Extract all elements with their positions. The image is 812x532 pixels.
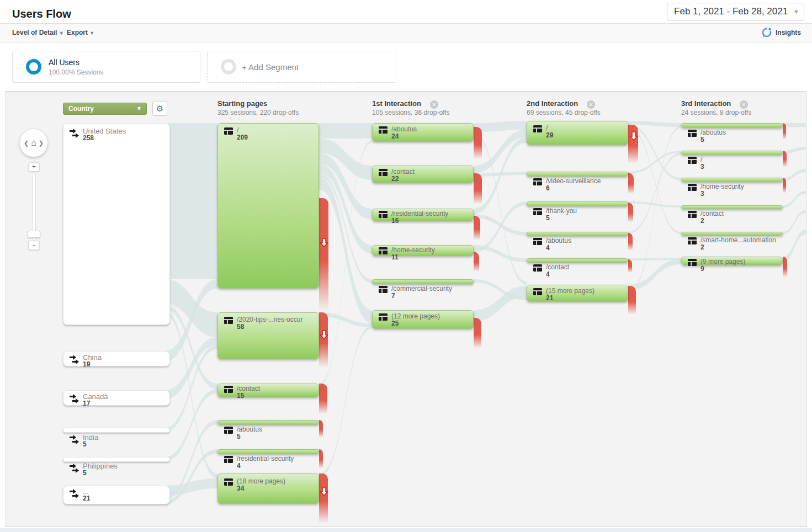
horizontal-scrollbar[interactable] bbox=[0, 528, 812, 532]
page-node[interactable] bbox=[372, 279, 474, 284]
add-segment-button[interactable]: + Add Segment bbox=[207, 51, 396, 83]
page-node[interactable] bbox=[527, 121, 628, 145]
drop-off-band bbox=[474, 252, 479, 272]
page-title: Users Flow bbox=[12, 8, 71, 20]
page-node[interactable] bbox=[527, 258, 628, 263]
page-node[interactable] bbox=[217, 384, 319, 397]
page-node[interactable] bbox=[527, 201, 628, 206]
level-of-detail-label: Level of Detail bbox=[12, 29, 57, 36]
page-node[interactable] bbox=[681, 257, 783, 265]
drop-off-band bbox=[319, 384, 327, 414]
title-bar: Users Flow Feb 1, 2021 - Feb 28, 2021 ▼ bbox=[0, 0, 812, 24]
chevron-right-icon: ❯ bbox=[39, 140, 44, 147]
column-name: 1st Interaction bbox=[372, 99, 450, 108]
chevron-down-icon: ▼ bbox=[89, 30, 94, 36]
page-node[interactable] bbox=[681, 205, 783, 209]
page-node[interactable] bbox=[372, 166, 474, 183]
chevron-left-icon: ❮ bbox=[24, 140, 29, 147]
page-node[interactable] bbox=[217, 123, 319, 289]
export-label: Export bbox=[67, 29, 88, 36]
drop-off-band bbox=[319, 420, 323, 438]
drop-off-band bbox=[319, 198, 328, 311]
drop-off-band bbox=[628, 203, 633, 222]
chevron-down-icon: ▼ bbox=[793, 8, 799, 15]
country-node-canada[interactable] bbox=[63, 390, 170, 406]
segment-row: All Users 100.00% Sessions + Add Segment bbox=[0, 42, 812, 91]
column-header-2nd-interaction: 2nd Interaction 69 sessions, 45 drop-off… bbox=[527, 99, 601, 116]
drop-off-band bbox=[474, 318, 481, 348]
dimension-dropdown[interactable]: Country ▼ bbox=[63, 103, 147, 115]
page-node[interactable] bbox=[217, 474, 319, 504]
drop-off-band bbox=[628, 233, 633, 251]
page-node[interactable] bbox=[527, 285, 628, 302]
country-node-india[interactable] bbox=[63, 428, 170, 433]
home-icon: ⌂ bbox=[31, 138, 36, 148]
gear-icon[interactable]: ⚙ bbox=[152, 102, 167, 116]
page-node[interactable] bbox=[372, 310, 474, 329]
export-menu[interactable]: Export ▼ bbox=[67, 29, 94, 36]
add-segment-label: + Add Segment bbox=[242, 62, 299, 72]
column-stats: 325 sessions, 220 drop-offs bbox=[217, 109, 299, 116]
page-node[interactable] bbox=[681, 123, 783, 128]
drop-off-band bbox=[474, 127, 482, 159]
segment-ring-icon bbox=[26, 59, 41, 75]
drop-off-band bbox=[474, 173, 482, 204]
page-node[interactable] bbox=[217, 312, 319, 359]
country-node-china[interactable] bbox=[63, 351, 170, 366]
insights-icon bbox=[761, 27, 772, 38]
page-node[interactable] bbox=[372, 123, 474, 142]
chevron-down-icon: ▼ bbox=[136, 103, 142, 114]
insights-label: Insights bbox=[776, 29, 801, 36]
column-header-3rd-interaction: 3rd Interaction 24 sessions, 8 drop-offs bbox=[681, 99, 751, 116]
date-range-picker[interactable]: Feb 1, 2021 - Feb 28, 2021 ▼ bbox=[667, 3, 804, 20]
drop-off-band bbox=[628, 125, 638, 163]
drop-off-band bbox=[783, 178, 786, 193]
drop-off-band bbox=[628, 259, 632, 273]
drop-off-band bbox=[319, 312, 328, 368]
level-of-detail-menu[interactable]: Level of Detail ▼ bbox=[12, 29, 64, 36]
segment-name: All Users bbox=[49, 58, 79, 67]
page-node[interactable] bbox=[527, 232, 628, 236]
drop-off-band bbox=[783, 123, 786, 140]
dimension-label: Country bbox=[68, 105, 94, 113]
users-flow-canvas: ❮ ⌂ ❯ + - Country ▼ ⚙ Starting pages 325… bbox=[6, 91, 806, 527]
segment-sessions: 100.00% Sessions bbox=[49, 68, 103, 76]
column-name: 3rd Interaction bbox=[681, 99, 751, 108]
column-header-starting-pages: Starting pages 325 sessions, 220 drop-of… bbox=[217, 99, 299, 116]
drop-off-band bbox=[628, 173, 634, 194]
country-node-united-states[interactable] bbox=[63, 123, 170, 325]
zoom-out-button[interactable]: - bbox=[28, 241, 40, 250]
column-name: Starting pages bbox=[217, 99, 299, 108]
insights-button[interactable]: Insights bbox=[761, 27, 801, 38]
drop-off-band bbox=[319, 449, 323, 469]
page-node[interactable] bbox=[681, 151, 783, 155]
drop-off-band bbox=[783, 257, 787, 278]
column-name: 2nd Interaction bbox=[527, 99, 601, 108]
page-node[interactable] bbox=[681, 232, 783, 236]
country-node-more[interactable] bbox=[63, 486, 170, 504]
segment-ring-icon bbox=[221, 59, 236, 75]
drop-off-band bbox=[319, 474, 328, 523]
page-node[interactable] bbox=[681, 178, 783, 182]
page-node[interactable] bbox=[372, 209, 474, 221]
segment-all-users[interactable]: All Users 100.00% Sessions bbox=[12, 51, 200, 83]
zoom-in-button[interactable]: + bbox=[28, 162, 40, 172]
page-node[interactable] bbox=[217, 420, 319, 425]
drop-off-band bbox=[628, 286, 636, 315]
page-node[interactable] bbox=[217, 449, 319, 454]
drop-off-band bbox=[783, 151, 787, 167]
column-stats: 105 sessions, 36 drop-offs bbox=[372, 109, 450, 116]
zoom-slider-handle[interactable] bbox=[28, 231, 40, 238]
country-node-philippines[interactable] bbox=[63, 457, 170, 462]
page-node[interactable] bbox=[372, 245, 474, 256]
column-header-1st-interaction: 1st Interaction 105 sessions, 36 drop-of… bbox=[372, 99, 450, 116]
column-stats: 24 sessions, 8 drop-offs bbox=[681, 109, 751, 116]
date-range-text: Feb 1, 2021 - Feb 28, 2021 bbox=[674, 6, 788, 17]
toolbar: Level of Detail ▼ Export ▼ Insights bbox=[0, 24, 812, 42]
drop-off-band bbox=[474, 216, 480, 240]
column-stats: 69 sessions, 45 drop-offs bbox=[527, 109, 601, 116]
chevron-down-icon: ▼ bbox=[59, 30, 64, 36]
flow-home-button[interactable]: ❮ ⌂ ❯ bbox=[19, 129, 48, 157]
page-node[interactable] bbox=[527, 172, 628, 177]
